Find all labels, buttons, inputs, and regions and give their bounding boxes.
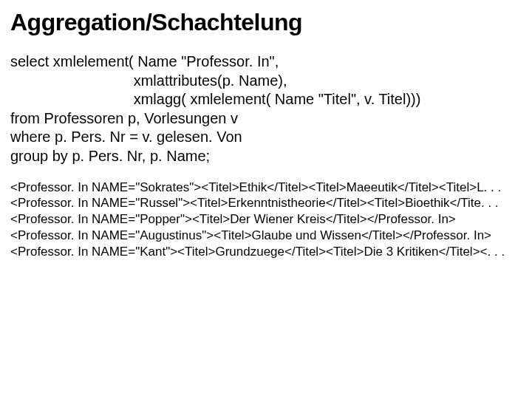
page-title: Aggregation/Schachtelung [10, 9, 522, 36]
sql-block: select xmlelement( Name "Professor. In",… [10, 52, 522, 166]
output-line: <Professor. In NAME="Augustinus"><Titel>… [10, 228, 491, 242]
output-line: <Professor. In NAME="Popper"><Titel>Der … [10, 212, 456, 226]
sql-line: from Professoren p, Vorlesungen v [10, 110, 238, 126]
output-line: <Professor. In NAME="Russel"><Titel>Erke… [10, 196, 499, 210]
sql-line: xmlagg( xmlelement( Name "Titel", v. Tit… [10, 91, 420, 107]
sql-line: xmlattributes(p. Name), [10, 72, 287, 89]
sql-line: select xmlelement( Name "Professor. In", [10, 53, 279, 69]
slide-page: Aggregation/Schachtelung select xmleleme… [0, 0, 532, 259]
output-line: <Professor. In NAME="Sokrates"><Titel>Et… [10, 180, 501, 194]
output-block: <Professor. In NAME="Sokrates"><Titel>Et… [10, 180, 522, 260]
output-line: <Professor. In NAME="Kant"><Titel>Grundz… [10, 245, 505, 259]
sql-line: where p. Pers. Nr = v. gelesen. Von [10, 129, 242, 145]
sql-line: group by p. Pers. Nr, p. Name; [10, 148, 210, 164]
